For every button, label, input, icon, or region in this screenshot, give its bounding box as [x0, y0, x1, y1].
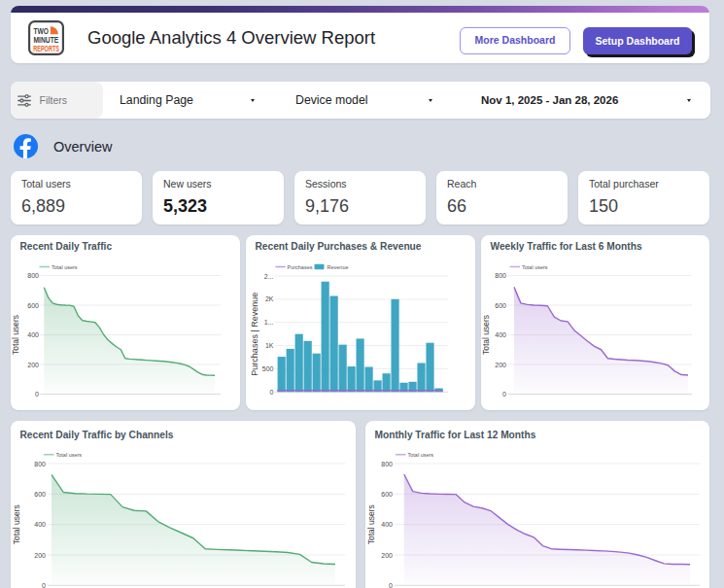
svg-text:200: 200: [495, 362, 506, 368]
svg-text:0: 0: [35, 391, 39, 398]
svg-text:Total users: Total users: [56, 452, 83, 458]
svg-text:200: 200: [27, 362, 39, 368]
svg-text:Total users: Total users: [408, 452, 434, 458]
svg-text:2...: 2...: [264, 273, 274, 280]
svg-text:600: 600: [381, 491, 393, 498]
svg-text:400: 400: [34, 521, 46, 528]
svg-text:Total users: Total users: [11, 315, 20, 355]
svg-text:800: 800: [495, 272, 506, 279]
svg-text:400: 400: [381, 521, 393, 528]
svg-text:0: 0: [270, 389, 274, 396]
svg-text:800: 800: [381, 461, 393, 467]
svg-text:600: 600: [495, 302, 506, 309]
svg-text:0: 0: [502, 391, 506, 398]
svg-text:0: 0: [42, 582, 46, 588]
svg-text:Total users: Total users: [12, 504, 21, 544]
svg-text:400: 400: [495, 331, 506, 338]
svg-text:1...: 1...: [264, 319, 274, 326]
svg-text:Total users: Total users: [52, 264, 78, 270]
svg-text:1K: 1K: [265, 342, 274, 349]
svg-text:Revenue: Revenue: [328, 264, 349, 270]
svg-text:0: 0: [389, 582, 393, 588]
svg-text:2K: 2K: [265, 295, 274, 302]
svg-text:200: 200: [34, 552, 46, 559]
svg-text:Total users: Total users: [522, 264, 548, 270]
svg-text:200: 200: [381, 552, 393, 559]
svg-text:Total users: Total users: [481, 315, 491, 355]
svg-text:Purchases: Purchases: [288, 264, 313, 270]
svg-text:800: 800: [34, 461, 46, 467]
svg-text:800: 800: [27, 272, 39, 279]
svg-text:Purchases | Revenue: Purchases | Revenue: [250, 293, 259, 376]
svg-text:400: 400: [27, 331, 39, 338]
svg-text:Total users: Total users: [366, 504, 376, 544]
svg-text:600: 600: [34, 491, 46, 498]
svg-text:600: 600: [27, 302, 39, 309]
svg-text:REPORTS: REPORTS: [33, 44, 59, 53]
svg-text:500: 500: [262, 365, 274, 372]
